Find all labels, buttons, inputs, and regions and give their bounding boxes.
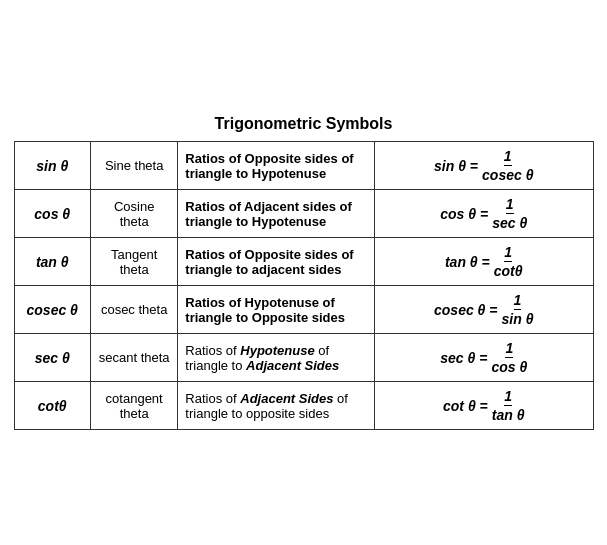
desc-sec: Ratios of Hypotenuse of triangle to Adja… [178, 334, 375, 382]
table-row: sec θ secant theta Ratios of Hypotenuse … [14, 334, 593, 382]
symbol-cos: cos θ [14, 190, 90, 238]
table-row: cosec θ cosec theta Ratios of Hypotenuse… [14, 286, 593, 334]
formula-cosec: cosec θ = 1 sin θ [375, 286, 594, 334]
symbol-cot: cotθ [14, 382, 90, 430]
formula-cot: cot θ = 1 tan θ [375, 382, 594, 430]
desc-sin: Ratios of Opposite sides of triangle to … [178, 142, 375, 190]
symbol-sec: sec θ [14, 334, 90, 382]
formula-sec: sec θ = 1 cos θ [375, 334, 594, 382]
name-cot: cotangent theta [90, 382, 177, 430]
name-cosec: cosec theta [90, 286, 177, 334]
symbol-sin: sin θ [14, 142, 90, 190]
desc-cosec: Ratios of Hypotenuse of triangle to Oppo… [178, 286, 375, 334]
symbol-tan: tan θ [14, 238, 90, 286]
page-title: Trigonometric Symbols [14, 115, 594, 133]
trig-table: sin θ Sine theta Ratios of Opposite side… [14, 141, 594, 430]
table-row: cotθ cotangent theta Ratios of Adjacent … [14, 382, 593, 430]
table-row: sin θ Sine theta Ratios of Opposite side… [14, 142, 593, 190]
table-row: cos θ Cosine theta Ratios of Adjacent si… [14, 190, 593, 238]
desc-cos: Ratios of Adjacent sides of triangle to … [178, 190, 375, 238]
symbol-cosec: cosec θ [14, 286, 90, 334]
name-cos: Cosine theta [90, 190, 177, 238]
formula-cos: cos θ = 1 sec θ [375, 190, 594, 238]
name-sec: secant theta [90, 334, 177, 382]
formula-sin: sin θ = 1 cosec θ [375, 142, 594, 190]
desc-tan: Ratios of Opposite sides of triangle to … [178, 238, 375, 286]
desc-cot: Ratios of Adjacent Sides of triangle to … [178, 382, 375, 430]
main-container: Trigonometric Symbols sin θ Sine theta R… [14, 115, 594, 430]
name-sin: Sine theta [90, 142, 177, 190]
formula-tan: tan θ = 1 cotθ [375, 238, 594, 286]
table-row: tan θ Tangent theta Ratios of Opposite s… [14, 238, 593, 286]
name-tan: Tangent theta [90, 238, 177, 286]
